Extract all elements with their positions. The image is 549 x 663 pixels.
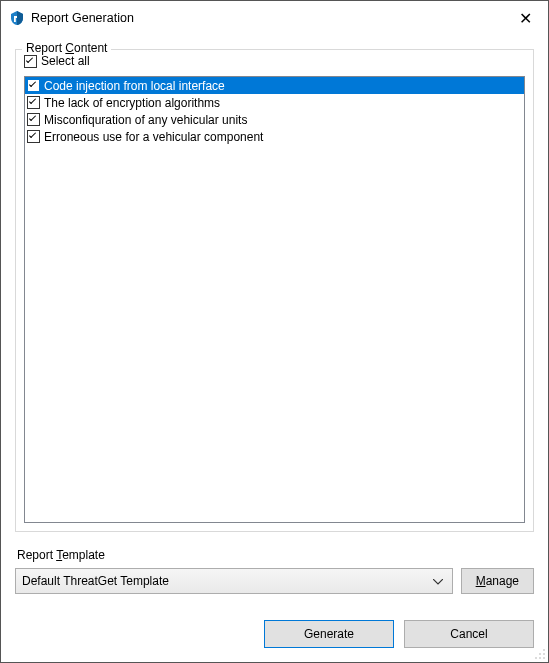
action-buttons-row: Generate Cancel — [15, 620, 534, 648]
template-selected-value: Default ThreatGet Template — [22, 574, 430, 588]
manage-button[interactable]: Manage — [461, 568, 534, 594]
list-item-label: Erroneous use for a vehicular component — [44, 130, 522, 144]
list-item-checkbox[interactable] — [27, 79, 40, 92]
generate-button[interactable]: Generate — [264, 620, 394, 648]
titlebar: Report Generation ✕ — [1, 1, 548, 35]
dialog-body: Report Content Select all Code injection… — [1, 35, 548, 662]
list-item-label: Code injection from local interface — [44, 79, 522, 93]
select-all-row[interactable]: Select all — [24, 54, 90, 68]
dialog-report-generation: Report Generation ✕ Report Content Selec… — [0, 0, 549, 663]
select-all-checkbox[interactable] — [24, 55, 37, 68]
svg-point-5 — [535, 657, 537, 659]
list-item-checkbox[interactable] — [27, 113, 40, 126]
list-item[interactable]: Misconfiquration of any vehicular units — [25, 111, 524, 128]
report-template-label: Report Template — [15, 548, 534, 562]
content-items-listbox[interactable]: Code injection from local interfaceThe l… — [24, 76, 525, 523]
svg-point-3 — [543, 657, 545, 659]
list-item[interactable]: The lack of encryption algorithms — [25, 94, 524, 111]
svg-point-1 — [543, 653, 545, 655]
chevron-down-icon — [430, 576, 446, 587]
list-item-label: Misconfiquration of any vehicular units — [44, 113, 522, 127]
list-item-checkbox[interactable] — [27, 96, 40, 109]
svg-point-2 — [539, 653, 541, 655]
template-combobox[interactable]: Default ThreatGet Template — [15, 568, 453, 594]
window-title: Report Generation — [31, 11, 503, 25]
list-item[interactable]: Erroneous use for a vehicular component — [25, 128, 524, 145]
list-item-label: The lack of encryption algorithms — [44, 96, 522, 110]
svg-point-0 — [543, 649, 545, 651]
close-button[interactable]: ✕ — [503, 3, 548, 33]
select-all-label: Select all — [41, 54, 90, 68]
list-item-checkbox[interactable] — [27, 130, 40, 143]
report-template-section: Report Template Default ThreatGet Templa… — [15, 548, 534, 594]
cancel-button[interactable]: Cancel — [404, 620, 534, 648]
app-icon — [9, 10, 25, 26]
close-icon: ✕ — [519, 9, 532, 28]
resize-grip-icon[interactable] — [534, 648, 546, 660]
svg-point-4 — [539, 657, 541, 659]
list-item[interactable]: Code injection from local interface — [25, 77, 524, 94]
report-content-group: Report Content Select all Code injection… — [15, 49, 534, 532]
report-content-label: Report Content — [22, 41, 111, 55]
